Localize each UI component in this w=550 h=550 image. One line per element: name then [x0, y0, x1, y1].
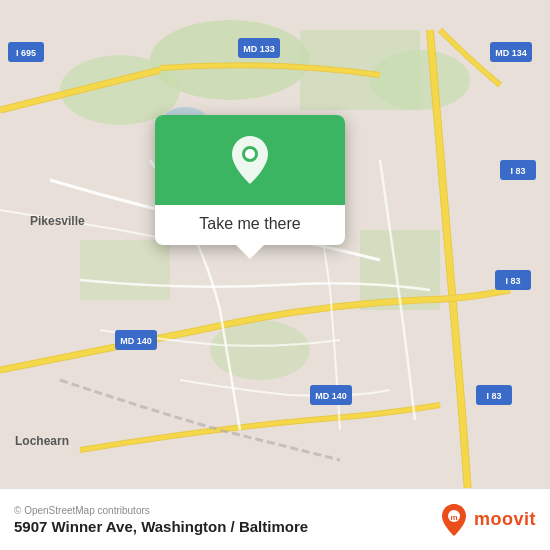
svg-point-28 [245, 149, 255, 159]
svg-text:I 83: I 83 [486, 391, 501, 401]
moovit-logo: m moovit [440, 503, 536, 537]
map-container: I 695 MD 133 MD 134 I 83 I 83 I 83 MD 14… [0, 0, 550, 550]
svg-point-4 [370, 50, 470, 110]
svg-text:I 83: I 83 [510, 166, 525, 176]
svg-point-6 [210, 320, 310, 380]
svg-text:MD 140: MD 140 [120, 336, 152, 346]
svg-text:MD 134: MD 134 [495, 48, 527, 58]
moovit-brand-name: moovit [474, 509, 536, 530]
bottom-bar: © OpenStreetMap contributors 5907 Winner… [0, 488, 550, 550]
bottom-bar-left: © OpenStreetMap contributors 5907 Winner… [14, 505, 308, 535]
callout-tail [236, 245, 264, 259]
svg-text:Pikesville: Pikesville [30, 214, 85, 228]
take-me-there-button[interactable]: Take me there [183, 205, 316, 245]
callout-green-area [155, 115, 345, 205]
moovit-pin-icon: m [440, 503, 468, 537]
location-callout: Take me there [155, 115, 345, 245]
copyright-text: © OpenStreetMap contributors [14, 505, 308, 516]
location-pin-icon [228, 134, 272, 186]
svg-text:I 695: I 695 [16, 48, 36, 58]
svg-text:MD 140: MD 140 [315, 391, 347, 401]
svg-text:MD 133: MD 133 [243, 44, 275, 54]
svg-text:I 83: I 83 [505, 276, 520, 286]
svg-text:Lochearn: Lochearn [15, 434, 69, 448]
map-background: I 695 MD 133 MD 134 I 83 I 83 I 83 MD 14… [0, 0, 550, 550]
svg-rect-7 [80, 240, 170, 300]
address-text: 5907 Winner Ave, Washington / Baltimore [14, 518, 308, 535]
svg-text:m: m [450, 513, 457, 522]
